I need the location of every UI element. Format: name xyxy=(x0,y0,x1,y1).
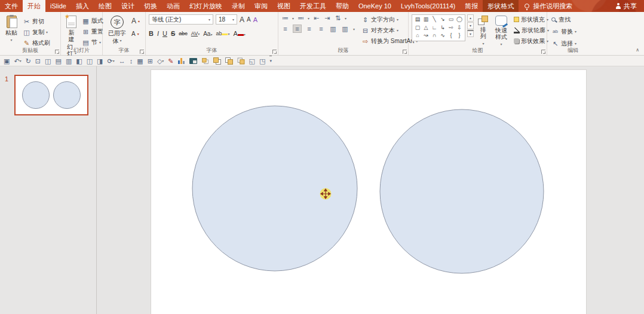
clear-formatting-button[interactable]: A xyxy=(253,16,257,23)
used-fonts-dialog-launcher[interactable] xyxy=(140,50,144,54)
tab-developer[interactable]: 开发工具 xyxy=(295,0,331,12)
underline-button[interactable]: U xyxy=(162,30,167,37)
shape-outline-button[interactable]: 形状轮廓 ▾ xyxy=(513,25,550,35)
tab-file[interactable]: 文件 xyxy=(0,0,23,12)
distribute-horizontal-button[interactable]: ↔ xyxy=(119,56,125,66)
bold-button[interactable]: B xyxy=(149,30,154,37)
slideshow-button[interactable]: ⊡ xyxy=(35,56,41,66)
undo-button[interactable]: ↶▾ xyxy=(14,56,21,66)
format-painter-qat-button[interactable]: ✎ xyxy=(168,56,173,66)
tell-me-search[interactable]: 操作说明搜索 xyxy=(519,0,578,12)
add-remove-columns-button[interactable]: ▥ xyxy=(341,25,349,32)
shape-effects-button[interactable]: 形状效果 ▾ xyxy=(513,36,550,46)
bring-forward-button[interactable] xyxy=(202,58,208,64)
justify-button[interactable]: ≡ xyxy=(317,25,325,32)
send-to-back-button[interactable] xyxy=(237,57,244,64)
shrink-font-button[interactable]: A▾ xyxy=(130,29,141,39)
ungroup-objects-button[interactable]: ◳ xyxy=(259,56,265,66)
ellipse-shape-right[interactable] xyxy=(380,109,544,273)
clipboard-dialog-launcher[interactable] xyxy=(55,50,59,54)
tab-transitions[interactable]: 切换 xyxy=(139,0,162,12)
insert-chart-button[interactable] xyxy=(178,57,185,64)
grow-font-button[interactable]: A▴ xyxy=(130,16,141,26)
slide-1-thumbnail[interactable] xyxy=(14,75,88,115)
paragraph-dialog-launcher[interactable] xyxy=(403,50,407,54)
find-button[interactable]: 查找 xyxy=(550,14,578,25)
reuse-slides-button[interactable]: ⊞ xyxy=(148,56,153,66)
shape-fill-button[interactable]: 形状填充 ▾ xyxy=(513,14,550,25)
columns-button[interactable]: ▥ xyxy=(329,25,337,32)
bullets-button[interactable]: ≔ xyxy=(281,14,289,22)
line-spacing-button[interactable]: ⇅ xyxy=(334,14,342,22)
used-fonts-button[interactable]: 字 已用字 体▾ xyxy=(106,14,128,45)
section-button[interactable]: ▤ 节 ▾ xyxy=(81,37,105,47)
tab-slideshow[interactable]: 幻灯片放映 xyxy=(185,0,227,12)
decrease-font-button[interactable]: A xyxy=(247,16,251,23)
strikethrough-button[interactable]: abc xyxy=(179,31,188,36)
gallery-more-button[interactable]: ▾ xyxy=(467,30,474,37)
paste-button[interactable]: 粘贴 ▾ xyxy=(3,14,20,45)
slide-canvas[interactable] xyxy=(151,70,586,314)
font-dialog-launcher[interactable] xyxy=(272,50,277,54)
align-center-button[interactable]: ≡ xyxy=(293,25,301,32)
font-name-select[interactable]: 等线 (正文) ▾ xyxy=(149,14,213,25)
arrange-button[interactable]: 排列 ▾ xyxy=(476,14,491,48)
tab-view[interactable]: 视图 xyxy=(272,0,295,12)
ellipse-shape-left[interactable] xyxy=(192,106,357,271)
tab-onekey[interactable]: OneKey 10 xyxy=(354,0,396,12)
tab-design[interactable]: 设计 xyxy=(116,0,139,12)
italic-button[interactable]: I xyxy=(157,30,159,37)
decrease-indent-button[interactable]: ⇤ xyxy=(312,14,320,22)
copy-button[interactable]: ◫ 复制 ▾ xyxy=(22,27,51,37)
tab-animations[interactable]: 动画 xyxy=(162,0,185,12)
collapse-ribbon-button[interactable]: ∧ xyxy=(636,47,639,53)
tab-help[interactable]: 帮助 xyxy=(331,0,354,12)
layout-button[interactable]: ▦ 版式 xyxy=(81,16,105,26)
group-objects-button[interactable]: ◱ xyxy=(249,56,255,66)
increase-indent-button[interactable]: ⇥ xyxy=(323,14,331,22)
tab-home[interactable]: 开始 xyxy=(23,0,45,12)
redo-button[interactable]: ↻ xyxy=(26,56,31,66)
align-right-button[interactable]: ≡ xyxy=(305,25,313,32)
reset-button[interactable]: ⊞ 重置 xyxy=(81,26,105,36)
cut-button[interactable]: ✂ 剪切 xyxy=(22,16,51,26)
save-button[interactable]: ▣ xyxy=(4,56,10,66)
tab-insert[interactable]: 插入 xyxy=(71,0,94,12)
increase-font-button[interactable]: A xyxy=(240,16,244,24)
tab-draw[interactable]: 绘图 xyxy=(94,0,116,12)
shadow-button[interactable]: S xyxy=(171,30,175,37)
shapes-button[interactable]: ◇▾ xyxy=(157,56,164,66)
print-button[interactable]: ▤ xyxy=(55,56,61,66)
font-color-button[interactable]: A▾ xyxy=(233,30,245,37)
change-case-button[interactable]: Aa▾ xyxy=(203,31,212,37)
distribute-vertical-button[interactable]: ↕ xyxy=(130,56,133,66)
tab-shape-format[interactable]: 形状格式 xyxy=(483,0,519,12)
replace-button[interactable]: ab 替换 ▾ xyxy=(550,26,578,36)
paste-caret-icon[interactable]: ▾ xyxy=(10,37,12,44)
tab-jianbao[interactable]: 简报 xyxy=(460,0,483,12)
align-left-button[interactable]: ≡ xyxy=(281,25,289,32)
tab-lvyhtools[interactable]: LvyhTools(201114) xyxy=(396,0,460,12)
qat-more-button[interactable]: ▾ xyxy=(269,56,272,66)
align-center-objects-button[interactable]: ◫ xyxy=(87,56,93,66)
slide-layout-button[interactable]: ▦ xyxy=(137,56,143,66)
align-right-objects-button[interactable]: ◨ xyxy=(97,56,103,66)
tab-islide[interactable]: iSlide xyxy=(45,0,71,12)
highlight-color-button[interactable]: ab▾ xyxy=(216,31,229,36)
character-spacing-button[interactable]: AV▾ xyxy=(191,31,200,36)
quick-styles-button[interactable]: 快速样式 ▾ xyxy=(493,14,510,49)
numbering-button[interactable]: ≕ xyxy=(297,14,305,22)
rotate-button[interactable]: ⟳▾ xyxy=(108,56,115,66)
gallery-down-button[interactable]: ▾ xyxy=(467,22,474,29)
print-preview-button[interactable]: ◫ xyxy=(45,56,51,66)
gallery-up-button[interactable]: ▴ xyxy=(467,14,474,22)
font-size-select[interactable]: 18 ▾ xyxy=(216,14,237,25)
align-left-objects-button[interactable]: ◧ xyxy=(76,56,82,66)
tab-record[interactable]: 录制 xyxy=(227,0,250,12)
shape-gallery[interactable]: ▤▥╲↘▭◯ ▢△∟↳⇨⇩ ⌂↝∩∿{} xyxy=(412,14,465,41)
share-button[interactable]: 共享 xyxy=(608,0,644,12)
tab-review[interactable]: 审阅 xyxy=(250,0,272,12)
bring-to-front-button[interactable] xyxy=(213,57,221,65)
smartart-convert-button[interactable] xyxy=(189,58,197,64)
quick-print-button[interactable]: ▥ xyxy=(66,56,72,66)
